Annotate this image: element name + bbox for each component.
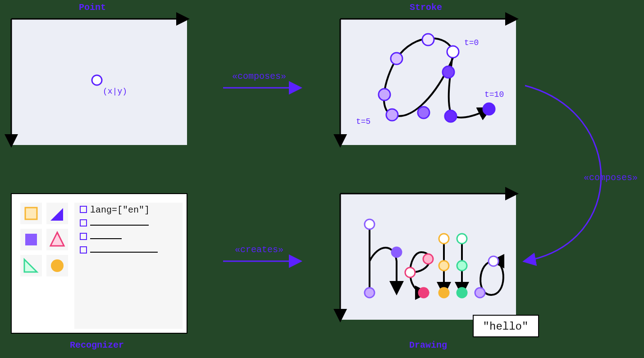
point-marker-icon [92, 75, 102, 85]
svg-point-24 [475, 288, 485, 298]
drawing-result-text: "hello" [483, 321, 529, 333]
svg-point-19 [439, 288, 449, 298]
point-panel: Point (x|y) [11, 2, 187, 145]
svg-point-18 [439, 261, 449, 271]
stroke-point-icon [386, 109, 398, 121]
recognizer-config-list: lang=["en"] [74, 203, 183, 329]
svg-point-23 [489, 256, 498, 266]
recognizer-config-text: lang=["en"] [90, 205, 150, 215]
stroke-panel: Stroke t=0 t=5 t=10 [340, 2, 516, 145]
point-title: Point [79, 2, 106, 13]
stroke-point-icon [379, 89, 390, 100]
stroke-point-icon [443, 66, 454, 78]
svg-point-13 [392, 247, 402, 257]
drawing-panel: Drawing [340, 194, 539, 350]
stroke-point-icon [447, 46, 459, 58]
svg-point-17 [439, 234, 449, 244]
stroke-title: Stroke [410, 2, 442, 13]
composes-label-1: «composes» [232, 71, 286, 82]
stroke-t0-label: t=0 [464, 38, 479, 47]
recognizer-panel: Recognizer lang=["en"] [11, 194, 187, 350]
svg-rect-9 [74, 203, 183, 329]
svg-point-12 [365, 288, 375, 298]
composes-arrow-1: «composes» [223, 71, 300, 88]
creates-label: «creates» [235, 245, 283, 255]
circle-solid-icon [51, 259, 64, 272]
svg-point-14 [405, 267, 415, 277]
square-solid-icon [25, 234, 37, 245]
recognizer-title: Recognizer [70, 340, 124, 350]
square-outline-icon [25, 208, 37, 219]
stroke-point-icon [391, 53, 402, 64]
svg-point-11 [365, 219, 375, 229]
svg-point-21 [457, 261, 467, 271]
creates-arrow: «creates» [223, 245, 300, 261]
svg-rect-4 [46, 203, 68, 224]
composes-label-2: «composes» [584, 172, 638, 183]
stroke-point-icon [422, 34, 434, 45]
svg-point-20 [457, 234, 467, 244]
stroke-t10-label: t=10 [484, 90, 504, 99]
stroke-point-icon [483, 103, 495, 115]
stroke-t5-label: t=5 [356, 117, 370, 126]
stroke-point-icon [418, 107, 429, 118]
point-coord-label: (x|y) [103, 87, 127, 96]
drawing-title: Drawing [409, 340, 447, 350]
svg-point-15 [423, 254, 433, 264]
stroke-point-icon [445, 110, 457, 122]
svg-point-16 [419, 288, 429, 298]
composes-arrow-2: «composes» [525, 86, 638, 261]
svg-point-22 [457, 288, 467, 298]
